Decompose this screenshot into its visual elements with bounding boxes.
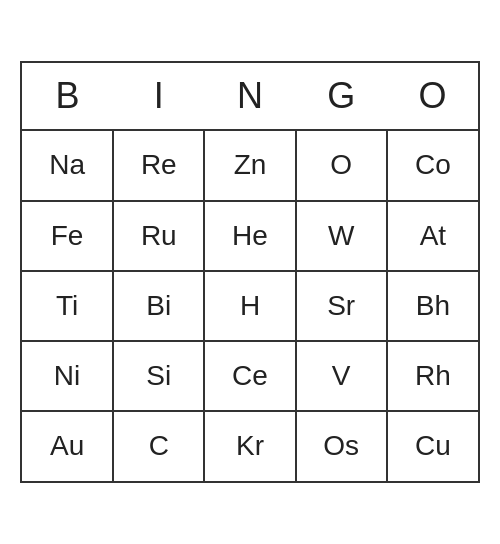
cell-1-3[interactable]: W [296, 201, 387, 271]
cell-3-0[interactable]: Ni [22, 341, 113, 411]
cell-4-3[interactable]: Os [296, 411, 387, 481]
header-n: N [204, 63, 295, 129]
cell-2-0[interactable]: Ti [22, 271, 113, 341]
bingo-grid: Na Re Zn O Co Fe Ru He W At Ti Bi H Sr B… [22, 131, 478, 481]
cell-1-1[interactable]: Ru [113, 201, 204, 271]
cell-3-1[interactable]: Si [113, 341, 204, 411]
cell-3-2[interactable]: Ce [204, 341, 295, 411]
cell-4-0[interactable]: Au [22, 411, 113, 481]
bingo-card: B I N G O Na Re Zn O Co Fe Ru He W At Ti… [20, 61, 480, 483]
cell-4-1[interactable]: C [113, 411, 204, 481]
header-o: O [387, 63, 478, 129]
cell-0-4[interactable]: Co [387, 131, 478, 201]
cell-2-4[interactable]: Bh [387, 271, 478, 341]
cell-1-2[interactable]: He [204, 201, 295, 271]
cell-2-3[interactable]: Sr [296, 271, 387, 341]
cell-0-1[interactable]: Re [113, 131, 204, 201]
cell-1-4[interactable]: At [387, 201, 478, 271]
cell-0-2[interactable]: Zn [204, 131, 295, 201]
cell-4-4[interactable]: Cu [387, 411, 478, 481]
cell-3-3[interactable]: V [296, 341, 387, 411]
header-g: G [296, 63, 387, 129]
header-b: B [22, 63, 113, 129]
cell-0-3[interactable]: O [296, 131, 387, 201]
cell-3-4[interactable]: Rh [387, 341, 478, 411]
cell-1-0[interactable]: Fe [22, 201, 113, 271]
cell-2-2[interactable]: H [204, 271, 295, 341]
cell-4-2[interactable]: Kr [204, 411, 295, 481]
cell-0-0[interactable]: Na [22, 131, 113, 201]
cell-2-1[interactable]: Bi [113, 271, 204, 341]
header-i: I [113, 63, 204, 129]
bingo-header: B I N G O [22, 63, 478, 131]
